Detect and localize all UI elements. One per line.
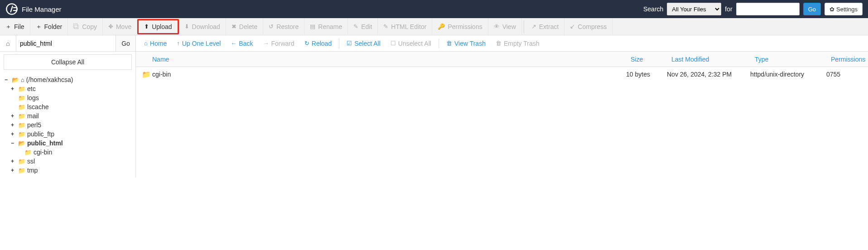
- move-label: Move: [116, 23, 131, 30]
- rename-icon: ▤: [310, 23, 315, 30]
- home-icon: ⌂: [6, 40, 10, 47]
- search-scope-select[interactable]: All Your Files: [667, 3, 721, 15]
- cell-size: 10 bytes: [626, 71, 667, 78]
- tree-item-label: perl5: [27, 121, 41, 129]
- delete-button[interactable]: ✖Delete: [226, 18, 263, 35]
- expand-toggle[interactable]: +: [11, 122, 16, 128]
- html-editor-button[interactable]: ✎HTML Editor: [378, 18, 432, 35]
- app-header: File Manager Search All Your Files for G…: [0, 0, 868, 18]
- collapse-all-button[interactable]: Collapse All: [4, 54, 132, 70]
- tree-item-etc[interactable]: +📁etc: [5, 84, 131, 93]
- tree-item-perl5[interactable]: +📁perl5: [5, 120, 131, 130]
- path-input[interactable]: [16, 35, 116, 51]
- nav-unselect-all-button[interactable]: ☐Unselect All: [386, 35, 436, 52]
- tree-item-label: public_html: [27, 139, 63, 147]
- folder-icon: 📁: [18, 131, 25, 138]
- main-layout: ⌂ Go Collapse All − 📂 ⌂ (/home/xakhcsa) …: [0, 35, 868, 178]
- left-arrow-icon: ←: [231, 40, 236, 47]
- path-go-button[interactable]: Go: [116, 35, 135, 51]
- col-permissions[interactable]: Permissions: [826, 56, 868, 63]
- settings-label: Settings: [836, 6, 858, 13]
- upload-button[interactable]: ⬆Upload: [137, 19, 178, 34]
- cpanel-icon: [5, 3, 18, 15]
- tree-root[interactable]: − 📂 ⌂ (/home/xakhcsa): [5, 75, 131, 84]
- folder-icon: 📁: [18, 95, 25, 101]
- rename-button[interactable]: ▤Rename: [304, 18, 348, 35]
- expand-toggle[interactable]: +: [11, 113, 16, 119]
- new-file-button[interactable]: ＋File: [0, 18, 30, 35]
- settings-button[interactable]: ✿ Settings: [825, 3, 863, 15]
- collapse-toggle[interactable]: −: [5, 77, 10, 83]
- expand-toggle[interactable]: −: [11, 140, 16, 146]
- edit-label: Edit: [361, 23, 372, 30]
- nav-forward-button[interactable]: →Forward: [258, 35, 299, 52]
- home-button[interactable]: ⌂: [0, 35, 16, 51]
- toolbar-separator: [524, 20, 524, 33]
- compress-button[interactable]: ↙Compress: [564, 18, 612, 35]
- view-label: View: [502, 23, 516, 30]
- nav-separator: [339, 38, 339, 48]
- expand-toggle[interactable]: +: [11, 158, 16, 164]
- folder-icon: 📁: [136, 70, 152, 79]
- tree-item-label: cgi-bin: [34, 149, 52, 156]
- nav-empty-trash-button[interactable]: 🗑Empty Trash: [491, 35, 544, 52]
- extract-button[interactable]: ↗Extract: [526, 18, 565, 35]
- expand-toggle[interactable]: +: [11, 131, 16, 137]
- col-modified[interactable]: Last Modified: [667, 56, 750, 63]
- search-go-button[interactable]: Go: [803, 3, 821, 15]
- copy-button[interactable]: ⿻Copy: [68, 18, 103, 35]
- new-file-label: File: [14, 23, 24, 30]
- new-folder-button[interactable]: ＋Folder: [30, 18, 68, 35]
- delete-label: Delete: [239, 23, 257, 30]
- nav-empty-trash-label: Empty Trash: [504, 40, 540, 47]
- breadcrumb-bar: ⌂ Go: [0, 35, 135, 52]
- move-button[interactable]: ✥Move: [103, 18, 137, 35]
- tree-item-public_ftp[interactable]: +📁public_ftp: [5, 130, 131, 139]
- col-type[interactable]: Type: [750, 56, 826, 63]
- table-header: Name Size Last Modified Type Permissions: [136, 52, 868, 67]
- col-size[interactable]: Size: [626, 56, 667, 63]
- nav-unselect-all-label: Unselect All: [398, 40, 431, 47]
- nav-back-button[interactable]: ←Back: [226, 35, 257, 52]
- copy-icon: ⿻: [73, 23, 79, 30]
- tree-item-cgi-bin[interactable]: 📁cgi-bin: [5, 148, 131, 157]
- permissions-button[interactable]: 🔑Permissions: [432, 18, 488, 35]
- folder-icon: 📁: [18, 86, 25, 92]
- compress-label: Compress: [578, 23, 607, 30]
- tree-item-ssl[interactable]: +📁ssl: [5, 157, 131, 166]
- tree-item-logs[interactable]: 📁logs: [5, 93, 131, 102]
- checkbox-empty-icon: ☐: [391, 40, 396, 47]
- move-icon: ✥: [108, 23, 113, 30]
- col-name[interactable]: Name: [136, 56, 626, 63]
- trash-icon: 🗑: [446, 40, 452, 47]
- expand-toggle[interactable]: +: [11, 167, 16, 173]
- search-label: Search: [643, 5, 663, 13]
- rename-label: Rename: [318, 23, 342, 30]
- nav-view-trash-button[interactable]: 🗑View Trash: [442, 35, 490, 52]
- tree-item-public_html[interactable]: −📂public_html: [5, 139, 131, 148]
- expand-toggle[interactable]: +: [11, 86, 16, 92]
- tree-item-mail[interactable]: +📁mail: [5, 111, 131, 120]
- table-row[interactable]: 📁cgi-bin10 bytesNov 26, 2024, 2:32 PMhtt…: [136, 67, 868, 82]
- nav-view-trash-label: View Trash: [454, 40, 486, 47]
- restore-button[interactable]: ↺Restore: [263, 18, 304, 35]
- download-button[interactable]: ⬇Download: [179, 18, 226, 35]
- pencil-icon: ✎: [353, 23, 358, 30]
- nav-home-button[interactable]: ⌂Home: [140, 35, 171, 52]
- nav-up-button[interactable]: ↑Up One Level: [172, 35, 225, 52]
- trash-icon: 🗑: [496, 40, 502, 47]
- reload-icon: ↻: [304, 40, 309, 47]
- edit-button[interactable]: ✎Edit: [348, 18, 378, 35]
- tree-item-label: ssl: [27, 158, 35, 165]
- new-folder-label: Folder: [44, 23, 63, 30]
- tree-item-tmp[interactable]: +📁tmp: [5, 166, 131, 175]
- nav-select-all-button[interactable]: ☑Select All: [342, 35, 385, 52]
- delete-icon: ✖: [231, 23, 236, 30]
- content-navbar: ⌂Home ↑Up One Level ←Back →Forward ↻Relo…: [136, 35, 868, 52]
- view-button[interactable]: 👁View: [488, 18, 522, 35]
- upload-icon: ⬆: [144, 23, 149, 30]
- tree-item-lscache[interactable]: 📁lscache: [5, 102, 131, 111]
- nav-up-label: Up One Level: [182, 40, 221, 47]
- search-input[interactable]: [736, 3, 800, 15]
- nav-reload-button[interactable]: ↻Reload: [300, 35, 336, 52]
